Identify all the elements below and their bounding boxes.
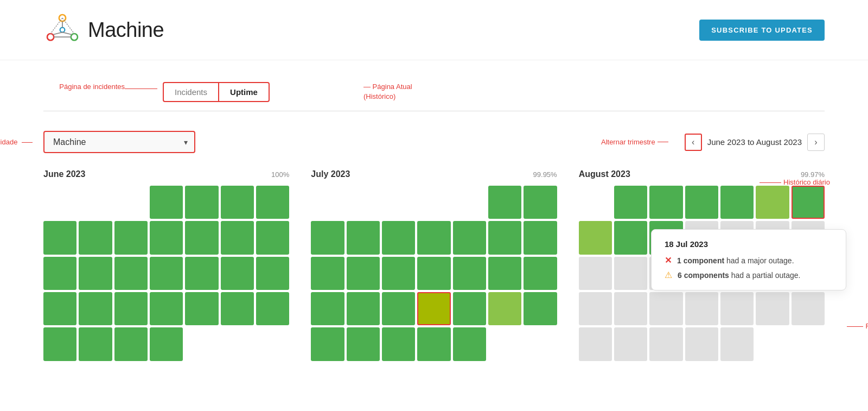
- day-cell[interactable]: [150, 257, 183, 290]
- svg-point-2: [71, 34, 78, 40]
- day-cell[interactable]: [185, 186, 218, 219]
- day-cell[interactable]: [43, 257, 76, 290]
- day-cell[interactable]: [43, 292, 76, 325]
- day-cell[interactable]: [524, 292, 557, 325]
- day-cell[interactable]: [488, 221, 521, 254]
- day-cell[interactable]: [185, 221, 218, 254]
- day-cell[interactable]: [453, 292, 486, 325]
- warning-icon: ⚠: [665, 270, 672, 280]
- day-cell[interactable]: [524, 257, 557, 290]
- day-cell[interactable]: [347, 292, 380, 325]
- day-cell[interactable]: [685, 186, 718, 219]
- day-cell[interactable]: [79, 292, 112, 325]
- day-cell[interactable]: [453, 221, 486, 254]
- day-cell[interactable]: [311, 257, 344, 290]
- day-cell[interactable]: [79, 186, 112, 219]
- day-cell[interactable]: [524, 186, 557, 219]
- day-cell-highlighted[interactable]: [417, 292, 450, 325]
- day-cell[interactable]: [256, 186, 289, 219]
- toggle-func-annotation: Alternar funcionalidade: [0, 137, 33, 147]
- day-cell[interactable]: [417, 221, 450, 254]
- day-cell[interactable]: [150, 186, 183, 219]
- day-cell[interactable]: [649, 327, 682, 361]
- day-cell[interactable]: [756, 186, 789, 219]
- day-cell[interactable]: [114, 186, 148, 219]
- day-cell[interactable]: [79, 221, 112, 254]
- tab-incidents[interactable]: Incidents: [163, 82, 219, 102]
- day-cell[interactable]: [756, 292, 789, 325]
- day-cell[interactable]: [185, 292, 218, 325]
- day-cell[interactable]: [347, 257, 380, 290]
- day-cell[interactable]: [256, 221, 289, 254]
- day-cell[interactable]: [382, 327, 415, 361]
- day-cell[interactable]: [649, 186, 682, 219]
- july-uptime: 99.95%: [533, 170, 557, 179]
- day-cell[interactable]: [614, 292, 647, 325]
- day-cell[interactable]: [524, 221, 557, 254]
- daily-record-annotation: Registro detalhado diário: [847, 321, 868, 331]
- feature-select[interactable]: Machine: [44, 132, 194, 152]
- day-cell[interactable]: [185, 257, 218, 290]
- day-cell[interactable]: [114, 292, 148, 325]
- day-cell[interactable]: [114, 221, 148, 254]
- day-cell[interactable]: [614, 186, 647, 219]
- day-cell[interactable]: [43, 327, 76, 361]
- day-cell[interactable]: [221, 186, 254, 219]
- day-cell[interactable]: [488, 257, 521, 290]
- right-controls: Alternar trimestre ‹ June 2023 to August…: [685, 134, 825, 151]
- day-cell[interactable]: [256, 257, 289, 290]
- day-cell[interactable]: [347, 327, 380, 361]
- day-cell[interactable]: [720, 292, 754, 325]
- day-cell[interactable]: [453, 327, 486, 361]
- august-uptime: 99.97%: [801, 170, 825, 179]
- day-cell[interactable]: [382, 221, 415, 254]
- day-cell[interactable]: [792, 292, 825, 325]
- day-cell[interactable]: [311, 221, 344, 254]
- day-cell[interactable]: [614, 221, 647, 254]
- day-cell[interactable]: [720, 327, 754, 361]
- subscribe-button[interactable]: SUBSCRIBE TO UPDATES: [699, 20, 825, 41]
- day-cell[interactable]: [221, 292, 254, 325]
- day-cell[interactable]: [685, 327, 718, 361]
- day-cell: [221, 327, 254, 361]
- day-cell[interactable]: [417, 327, 450, 361]
- svg-point-3: [60, 28, 65, 33]
- day-cell[interactable]: [114, 327, 148, 361]
- day-cell[interactable]: [382, 257, 415, 290]
- day-cell[interactable]: [488, 292, 521, 325]
- day-cell[interactable]: [579, 292, 612, 325]
- svg-line-5: [53, 32, 63, 34]
- day-cell[interactable]: [579, 221, 612, 254]
- day-cell[interactable]: [579, 257, 612, 290]
- tooltip-date: 18 Jul 2023: [665, 239, 833, 249]
- day-cell[interactable]: [114, 257, 148, 290]
- day-cell[interactable]: [614, 327, 647, 361]
- day-cell[interactable]: [311, 327, 344, 361]
- day-cell: [756, 327, 789, 361]
- day-cell[interactable]: [347, 221, 380, 254]
- day-cell[interactable]: [720, 186, 754, 219]
- day-cell-aug-highlighted[interactable]: [792, 186, 825, 219]
- day-cell[interactable]: [79, 257, 112, 290]
- day-cell[interactable]: [579, 327, 612, 361]
- day-cell[interactable]: [453, 257, 486, 290]
- day-cell[interactable]: [79, 327, 112, 361]
- day-cell[interactable]: [488, 186, 521, 219]
- day-cell[interactable]: [417, 257, 450, 290]
- day-cell[interactable]: [685, 292, 718, 325]
- day-cell[interactable]: [382, 292, 415, 325]
- day-cell[interactable]: [614, 257, 647, 290]
- prev-quarter-button[interactable]: ‹: [685, 134, 702, 151]
- tab-uptime[interactable]: Uptime: [218, 82, 270, 102]
- day-cell[interactable]: [150, 327, 183, 361]
- day-cell[interactable]: [649, 292, 682, 325]
- next-quarter-button[interactable]: ›: [807, 134, 825, 151]
- day-cell[interactable]: [43, 221, 76, 254]
- day-cell[interactable]: [256, 292, 289, 325]
- day-cell[interactable]: [221, 221, 254, 254]
- day-cell[interactable]: [221, 257, 254, 290]
- day-cell[interactable]: [150, 221, 183, 254]
- day-cell[interactable]: [43, 186, 76, 219]
- day-cell[interactable]: [311, 292, 344, 325]
- day-cell[interactable]: [150, 292, 183, 325]
